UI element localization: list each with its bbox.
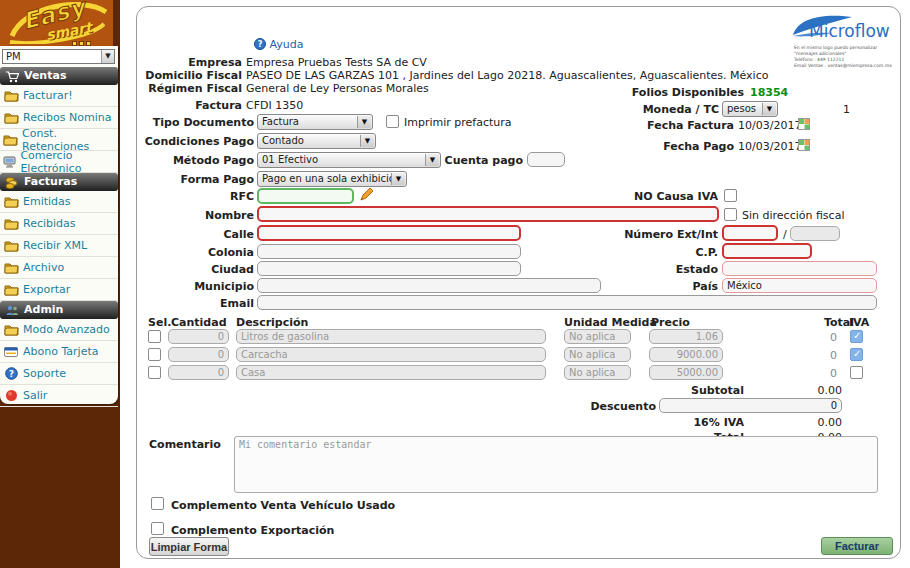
metodo-pago-select[interactable]: 01 Efectivo▼ [257, 152, 441, 168]
sin-direccion-checkbox[interactable] [724, 208, 737, 221]
sidebar-item-recibir-xml[interactable]: Recibir XML [0, 235, 118, 257]
factura-value: CFDI 1350 [246, 99, 303, 112]
folder-icon [3, 324, 19, 336]
cp-input[interactable] [722, 243, 812, 259]
exit-icon [3, 389, 19, 402]
calle-input[interactable] [257, 225, 521, 241]
sidebar-item-soporte[interactable]: ? Soporte [0, 363, 118, 385]
help-icon: ? [254, 38, 266, 50]
folder-icon [3, 196, 19, 208]
sin-direccion-label: Sin dirección fiscal [742, 209, 844, 222]
folder-icon [3, 240, 19, 252]
municipio-input[interactable] [257, 278, 601, 293]
users-icon [4, 304, 20, 316]
precio-input[interactable] [649, 347, 723, 362]
sidebar-item-facturar[interactable]: Facturar! [0, 85, 118, 107]
sidebar-item-recibidas[interactable]: Recibidas [0, 213, 118, 235]
iva-checkbox[interactable] [850, 366, 863, 379]
moneda-select[interactable]: pesos▼ [722, 101, 778, 117]
moneda-value: pesos [727, 103, 756, 114]
descripcion-input[interactable] [236, 347, 546, 362]
imprimir-prefactura-checkbox[interactable] [386, 115, 399, 128]
nombre-input[interactable] [257, 206, 719, 222]
sidebar-item-label: Soporte [23, 367, 66, 380]
facturar-button[interactable]: Facturar [821, 537, 893, 555]
email-label: Email [137, 297, 254, 310]
ayuda-link[interactable]: ? Ayuda [254, 38, 303, 51]
rfc-label: RFC [137, 190, 254, 203]
sidebar-item-emitidas[interactable]: Emitidas [0, 191, 118, 213]
sidebar-item-modo-avanzado[interactable]: Modo Avanzado [0, 319, 118, 341]
condiciones-pago-select[interactable]: Contado▼ [257, 133, 376, 149]
sidebar: Easy smart PM ▼ Ventas Facturar! Recibos… [0, 0, 120, 568]
descripcion-input[interactable] [236, 329, 546, 344]
cantidad-input[interactable] [168, 329, 229, 344]
email-input[interactable] [257, 295, 877, 310]
pais-input[interactable] [722, 278, 877, 293]
cuenta-pago-input[interactable] [527, 152, 565, 167]
tipo-documento-value: Factura [262, 116, 299, 127]
complemento-exportacion-checkbox[interactable] [151, 522, 164, 535]
col-unidad: Unidad Medida [564, 316, 657, 329]
rfc-input[interactable] [257, 188, 354, 204]
col-cantidad: Cantidad [171, 316, 227, 329]
pais-label: País [594, 280, 718, 293]
numero-ext-input[interactable] [722, 225, 778, 241]
tipo-documento-select[interactable]: Factura▼ [257, 114, 373, 130]
empresa-value: Empresa Pruebas Tests SA de CV [246, 56, 427, 69]
no-causa-iva-checkbox[interactable] [724, 189, 737, 202]
sidebar-item-archivo[interactable]: Archivo [0, 257, 118, 279]
limpiar-forma-button[interactable]: Limpiar Forma [149, 537, 229, 556]
forma-value: Pago en una sola exhibición [262, 173, 401, 184]
comentario-textarea[interactable]: Mi comentario estandar [234, 436, 878, 493]
unidad-input[interactable] [564, 365, 631, 380]
iva-checkbox[interactable] [850, 330, 863, 343]
col-sel: Sel. [148, 316, 171, 329]
sidebar-item-label: Recibir XML [23, 239, 87, 252]
fecha-pago-label: Fecha Pago [614, 140, 734, 153]
complemento-vehiculo-label: Complemento Venta Vehículo Usado [171, 499, 471, 512]
ciudad-input[interactable] [257, 261, 521, 276]
unidad-input[interactable] [564, 347, 631, 362]
chevron-down-icon: ▼ [762, 103, 776, 115]
subtotal-value: 0.00 [742, 384, 842, 397]
cantidad-input[interactable] [168, 365, 229, 380]
comentario-label: Comentario [149, 438, 229, 451]
cp-label: C.P. [594, 246, 718, 259]
profile-select[interactable]: PM ▼ [2, 49, 115, 64]
no-causa-iva-label: NO Causa IVA [594, 190, 718, 203]
empresa-label: Empresa [142, 56, 242, 69]
sidebar-item-comercio-electronico[interactable]: Comercio Electrónico [0, 151, 118, 173]
precio-input[interactable] [649, 329, 723, 344]
sidebar-item-abono-tarjeta[interactable]: Abono Tarjeta [0, 341, 118, 363]
iva-checkbox[interactable] [850, 348, 863, 361]
row-select-checkbox[interactable] [148, 366, 161, 379]
descuento-label: Descuento [537, 400, 656, 413]
tipo-documento-label: Tipo Documento [137, 116, 254, 129]
col-iva: IVA [849, 316, 869, 329]
numero-separator: / [783, 228, 787, 241]
folder-icon [3, 112, 19, 124]
numero-int-input[interactable] [790, 226, 840, 241]
row-select-checkbox[interactable] [148, 330, 161, 343]
cantidad-input[interactable] [168, 347, 229, 362]
sidebar-item-salir[interactable]: Salir [0, 385, 118, 407]
ayuda-label: Ayuda [270, 38, 304, 51]
descuento-input[interactable] [659, 398, 842, 413]
complemento-vehiculo-checkbox[interactable] [151, 497, 164, 510]
iva16-label: 16% IVA [537, 416, 744, 429]
colonia-input[interactable] [257, 244, 521, 259]
edit-pencil-icon[interactable] [359, 187, 374, 205]
easysmart-logo: Easy smart [0, 0, 113, 46]
row-select-checkbox[interactable] [148, 348, 161, 361]
calendar-icon[interactable] [798, 139, 810, 154]
fecha-pago-value: 10/03/2017 [738, 140, 801, 153]
precio-input[interactable] [649, 365, 723, 380]
descripcion-input[interactable] [236, 365, 546, 380]
condiciones-pago-label: Condiciones Pago [137, 135, 254, 148]
calendar-icon[interactable] [798, 118, 810, 133]
forma-pago-select[interactable]: Pago en una sola exhibición▼ [257, 171, 407, 187]
sidebar-item-exportar[interactable]: Exportar [0, 279, 118, 301]
estado-input[interactable] [722, 261, 877, 276]
unidad-input[interactable] [564, 329, 631, 344]
